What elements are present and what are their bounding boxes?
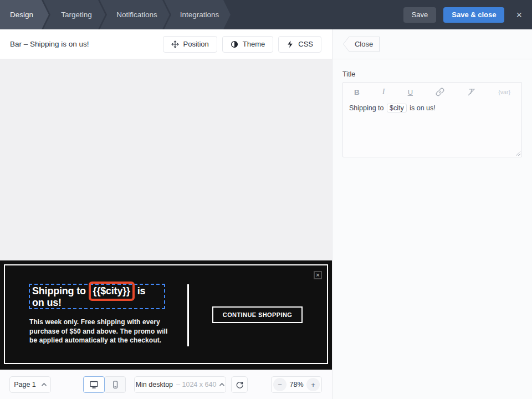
smartphone-icon	[111, 380, 120, 389]
variable-button[interactable]: {var}	[498, 89, 510, 95]
chevron-up-icon	[219, 383, 224, 386]
headline-text: is	[135, 285, 145, 296]
breakpoint-label: Min desktop	[136, 381, 173, 388]
variable-highlight[interactable]: {{$city}}	[89, 282, 135, 301]
breakpoint-size: – 1024 x 640	[176, 381, 216, 388]
tab-integrations[interactable]: Integrations	[164, 0, 231, 29]
tab-notifications-label: Notifications	[116, 11, 157, 19]
title-field-label: Title	[342, 70, 522, 78]
tab-targeting[interactable]: Targeting	[43, 0, 105, 29]
underline-button[interactable]: U	[408, 88, 413, 96]
save-and-close-button[interactable]: Save & close	[443, 7, 504, 23]
close-button-label: Close	[344, 37, 379, 52]
tab-targeting-label: Targeting	[61, 11, 92, 19]
lightning-icon	[287, 40, 294, 48]
zoom-control: − 78% +	[271, 376, 322, 393]
inspector-body: Title B I U {var} Shipping t	[332, 59, 532, 157]
theme-button[interactable]: Theme	[222, 36, 273, 53]
chevron-up-icon	[42, 383, 47, 386]
monitor-icon	[89, 380, 99, 389]
contrast-icon	[231, 40, 238, 48]
tab-integrations-label: Integrations	[180, 11, 219, 19]
title-rich-text-editor[interactable]: B I U {var} Shipping to $city is on us!	[342, 82, 522, 157]
position-button[interactable]: Position	[163, 36, 217, 53]
tab-design[interactable]: Design	[0, 0, 49, 29]
bar-divider	[187, 284, 189, 346]
tab-design-label: Design	[10, 11, 33, 19]
zoom-in-button[interactable]: +	[306, 378, 320, 391]
italic-button[interactable]: I	[382, 88, 385, 96]
theme-label: Theme	[243, 40, 265, 48]
bar-body-text[interactable]: This week only. Free shipping with every…	[29, 318, 175, 345]
page-select-label: Page 1	[14, 381, 36, 388]
close-editor-icon[interactable]: ×	[511, 10, 524, 20]
title-text: Shipping to	[349, 104, 386, 112]
link-icon	[436, 88, 444, 96]
preview-canvas: Shipping to {{$city}} is on us! This wee…	[0, 59, 332, 370]
design-header-buttons: Position Theme CSS	[163, 36, 321, 53]
widget-title: Bar – Shipping is on us!	[10, 40, 89, 48]
clear-format-button[interactable]	[467, 88, 475, 96]
headline-selection[interactable]: Shipping to {{$city}} is on us!	[29, 284, 165, 309]
desktop-toggle-button[interactable]	[83, 376, 105, 393]
move-icon	[171, 40, 179, 48]
statusbar: Page 1 Min desktop – 1024 x 640 − 78%	[0, 370, 332, 399]
close-panel-button[interactable]: Close	[343, 37, 380, 52]
navbar-actions: Save Save & close ×	[403, 0, 532, 29]
format-toolbar: B I U {var}	[343, 83, 521, 96]
title-input[interactable]: Shipping to $city is on us!	[343, 96, 521, 120]
bar-close-icon[interactable]: ×	[314, 271, 322, 279]
bold-button[interactable]: B	[354, 88, 360, 96]
resize-handle[interactable]	[515, 151, 520, 156]
clear-format-icon	[467, 88, 475, 96]
title-text: is on us!	[408, 104, 436, 112]
css-button[interactable]: CSS	[278, 36, 321, 53]
position-label: Position	[183, 40, 209, 48]
design-header: Bar – Shipping is on us! Position Theme …	[0, 29, 332, 59]
tab-notifications[interactable]: Notifications	[100, 0, 170, 29]
refresh-icon	[236, 381, 244, 389]
refresh-preview-button[interactable]	[231, 376, 248, 393]
device-toggle	[83, 376, 126, 393]
link-button[interactable]	[436, 88, 444, 96]
css-label: CSS	[298, 40, 313, 48]
bar-preview: Shipping to {{$city}} is on us! This wee…	[0, 260, 332, 370]
save-button[interactable]: Save	[403, 7, 437, 23]
inspector-header: Close	[332, 29, 532, 59]
zoom-level: 78%	[289, 381, 303, 388]
wizard-tabs: Design Targeting Notifications Integrati…	[0, 0, 231, 29]
top-navbar: Design Targeting Notifications Integrati…	[0, 0, 532, 29]
page-select[interactable]: Page 1	[9, 376, 51, 393]
continue-shopping-button[interactable]: CONTINUE SHOPPING	[212, 306, 303, 323]
headline-text: on us!	[32, 297, 62, 308]
breakpoint-select[interactable]: Min desktop – 1024 x 640	[134, 376, 226, 393]
mobile-toggle-button[interactable]	[104, 376, 126, 393]
inspector-panel: Close Title B I U {var}	[332, 29, 532, 399]
variable-chip[interactable]: $city	[387, 104, 407, 112]
headline-text: Shipping to	[32, 285, 89, 296]
zoom-out-button[interactable]: −	[273, 378, 287, 391]
